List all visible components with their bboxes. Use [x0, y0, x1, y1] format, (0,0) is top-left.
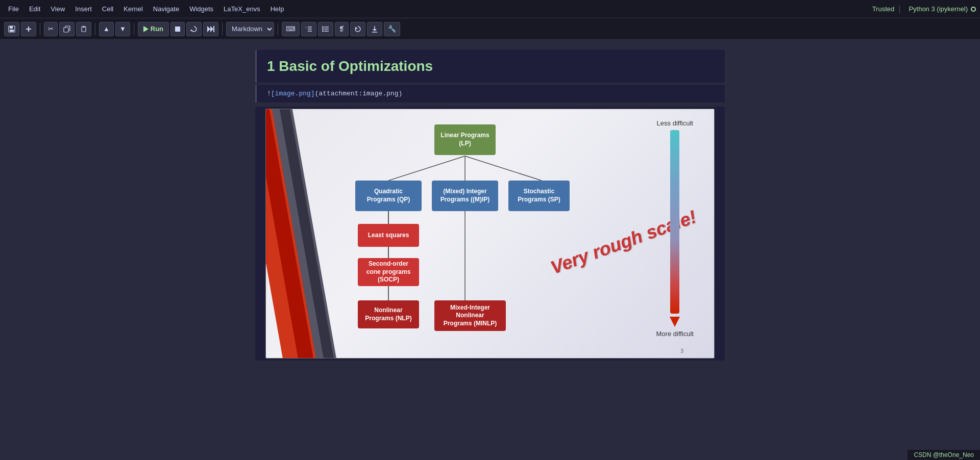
- stop-icon: [175, 26, 181, 32]
- paste-button[interactable]: [76, 22, 91, 36]
- add-cell-button[interactable]: [21, 22, 36, 36]
- run-button[interactable]: Run: [138, 22, 169, 36]
- stop-button[interactable]: [170, 22, 185, 36]
- svg-rect-2: [10, 30, 14, 32]
- code-link: [image.png]: [271, 90, 315, 97]
- ordered-list-button[interactable]: 1.: [301, 22, 316, 36]
- minlp-box: Mixed-Integer Nonlinear Programs (MINLP): [434, 300, 506, 331]
- restart-icon: [190, 25, 198, 33]
- menu-file[interactable]: File: [4, 4, 23, 14]
- download-icon: [371, 25, 378, 33]
- nlp-box: Nonlinear Programs (NLP): [358, 300, 419, 328]
- unordered-list-icon: [322, 26, 329, 32]
- output-cell: Linear Programs (LP) Quadratic Programs …: [255, 107, 725, 361]
- svg-marker-25: [355, 27, 358, 29]
- notebook-heading: 1 Basic of Optimizations: [267, 58, 715, 74]
- diagram-container: Linear Programs (LP) Quadratic Programs …: [265, 109, 715, 359]
- sp-box: Stochastic Programs (SP): [508, 181, 570, 211]
- slide-number: 3: [680, 348, 683, 354]
- fast-forward-icon: [207, 26, 214, 32]
- toolbar: ✂ ▲ ▼ Run: [0, 18, 980, 40]
- scale-bottom-label: More difficult: [656, 330, 694, 338]
- svg-rect-14: [213, 26, 214, 32]
- menu-insert[interactable]: Insert: [71, 4, 96, 14]
- svg-marker-12: [207, 26, 210, 32]
- markdown-cell[interactable]: ![image.png](attachment:image.png): [255, 85, 725, 103]
- plus-icon: [25, 25, 32, 33]
- svg-line-29: [388, 156, 465, 181]
- paste-icon: [80, 25, 87, 33]
- copy-icon: [63, 25, 70, 33]
- move-down-button[interactable]: ▼: [115, 22, 130, 36]
- separator-1: [40, 23, 40, 35]
- menu-edit[interactable]: Edit: [25, 4, 44, 14]
- heading-cell: 1 Basic of Optimizations: [255, 50, 725, 83]
- svg-rect-8: [83, 26, 85, 28]
- svg-marker-27: [373, 29, 377, 31]
- restart-button[interactable]: [186, 22, 202, 36]
- separator-3: [134, 23, 134, 35]
- menu-kernel[interactable]: Kernel: [119, 4, 147, 14]
- menu-help[interactable]: Help: [266, 4, 288, 14]
- wrench-button[interactable]: 🔧: [384, 22, 400, 36]
- cell-code: ![image.png](attachment:image.png): [267, 90, 715, 97]
- separator-5: [278, 23, 278, 35]
- menu-bar: File Edit View Insert Cell Kernel Naviga…: [0, 0, 980, 18]
- svg-text:1.: 1.: [305, 26, 307, 29]
- scale-bar: Less difficult More difficult: [656, 119, 694, 338]
- svg-marker-13: [210, 26, 213, 32]
- mip-box: (Mixed) Integer Programs ((M)IP): [432, 181, 498, 211]
- scale-arrow: [670, 317, 680, 327]
- svg-marker-9: [143, 26, 149, 32]
- svg-point-22: [322, 26, 324, 28]
- socp-box: Second-order cone programs (SOCP): [358, 258, 419, 286]
- menu-view[interactable]: View: [46, 4, 69, 14]
- menu-latex[interactable]: LaTeX_envs: [219, 4, 264, 14]
- svg-rect-1: [10, 26, 13, 29]
- svg-rect-6: [64, 28, 68, 32]
- cell-type-select[interactable]: Markdown: [226, 22, 274, 36]
- separator-4: [222, 23, 223, 35]
- flowchart: Linear Programs (LP) Quadratic Programs …: [327, 119, 674, 349]
- qp-box: Quadratic Programs (QP): [355, 181, 422, 211]
- trusted-badge: Trusted: [872, 5, 895, 13]
- ordered-list-icon: 1.: [305, 26, 312, 32]
- status-bar: CSDN @theOne_Neo: [908, 450, 980, 460]
- menu-widgets[interactable]: Widgets: [185, 4, 217, 14]
- menu-navigate[interactable]: Navigate: [149, 4, 183, 14]
- refresh-button[interactable]: [350, 22, 365, 36]
- svg-rect-10: [175, 27, 180, 32]
- fast-forward-button[interactable]: [203, 22, 218, 36]
- separator-2: [95, 23, 95, 35]
- command-button[interactable]: ❡: [335, 22, 349, 36]
- download-button[interactable]: [367, 22, 382, 36]
- save-icon: [8, 25, 15, 33]
- cut-button[interactable]: ✂: [44, 22, 58, 36]
- svg-point-23: [322, 28, 324, 30]
- cell-container: 1 Basic of Optimizations ![image.png](at…: [245, 50, 735, 361]
- menu-cell[interactable]: Cell: [98, 4, 117, 14]
- svg-line-31: [465, 156, 542, 181]
- notebook-area[interactable]: 1 Basic of Optimizations ![image.png](at…: [0, 40, 980, 460]
- code-attach: (attachment:image.png): [315, 90, 403, 97]
- ls-box: Least squares: [358, 224, 419, 247]
- scale-top-label: Less difficult: [657, 119, 693, 127]
- keyboard-button[interactable]: ⌨: [282, 22, 300, 36]
- refresh-icon: [354, 25, 361, 33]
- kernel-info: Python 3 (ipykernel): [909, 5, 976, 13]
- move-up-button[interactable]: ▲: [99, 22, 114, 36]
- code-text: !: [267, 90, 271, 97]
- svg-point-24: [322, 30, 324, 32]
- kernel-status-circle: [971, 7, 976, 12]
- save-button[interactable]: [4, 22, 19, 36]
- run-icon: [143, 26, 149, 32]
- status-text: CSDN @theOne_Neo: [914, 451, 974, 458]
- svg-marker-11: [190, 29, 192, 31]
- scale-gradient: [670, 130, 679, 314]
- unordered-list-button[interactable]: [318, 22, 333, 36]
- lp-box: Linear Programs (LP): [434, 124, 496, 155]
- copy-button[interactable]: [59, 22, 75, 36]
